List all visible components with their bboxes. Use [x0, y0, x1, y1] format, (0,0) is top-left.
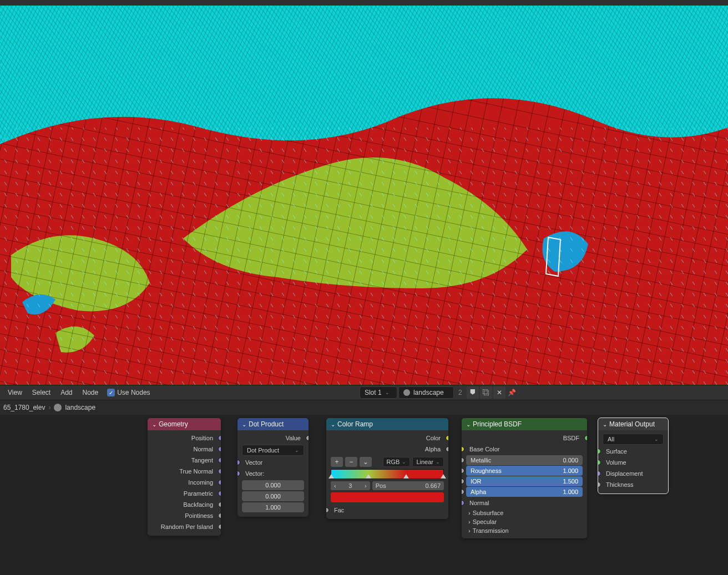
out-alpha: Alpha	[425, 446, 441, 452]
panel-subsurface[interactable]: ›Subsurface	[462, 508, 587, 517]
use-nodes-label: Use Nodes	[117, 389, 150, 396]
in-vector: Vector	[245, 459, 262, 466]
material-name: landscape	[413, 389, 444, 396]
out-parametric: Parametric	[184, 490, 213, 497]
user-count: 2	[455, 389, 466, 396]
chevron-down-icon: ⌄	[385, 390, 390, 395]
ramp-index[interactable]: ‹3›	[331, 481, 370, 490]
ramp-add-btn[interactable]: +	[331, 457, 343, 467]
op-dropdown[interactable]: Dot Product ⌄	[242, 445, 304, 456]
viewport-3d[interactable]	[0, 0, 728, 385]
chevron-right-icon: ›	[468, 527, 471, 534]
node-principled-bsdf[interactable]: ⌄ Principled BSDF BSDF Base Color Metall…	[462, 418, 587, 538]
menu-add[interactable]: Add	[56, 386, 77, 399]
in-vector2: Vector:	[245, 470, 264, 477]
in-base-color: Base Color	[469, 446, 499, 452]
shield-icon: ⛊	[469, 389, 476, 396]
ramp-mode[interactable]: RGB⌄	[383, 457, 411, 467]
object-name[interactable]: 65_1780_elev	[3, 404, 45, 411]
node-header[interactable]: ⌄ Dot Product	[237, 418, 309, 430]
menu-select[interactable]: Select	[28, 386, 55, 399]
material-crumb[interactable]: landscape	[65, 404, 95, 411]
out-random: Random Per Island	[161, 523, 213, 530]
ramp-handle[interactable]	[328, 474, 334, 480]
node-material-output[interactable]: ⌄ Material Output All⌄ Surface Volume Di…	[598, 418, 668, 493]
ramp-handle[interactable]	[366, 474, 371, 480]
out-backfacing: Backfacing	[183, 501, 213, 508]
node-header[interactable]: ⌄ Material Output	[598, 418, 668, 430]
out-true-normal: True Normal	[179, 468, 213, 475]
in-thickness: Thickness	[606, 481, 634, 488]
ramp-sel-color[interactable]	[331, 492, 444, 502]
in-displacement: Displacement	[606, 470, 643, 477]
chevron-down-icon: ⌄	[466, 421, 471, 428]
vec-z[interactable]: 1.000	[242, 502, 304, 512]
chevron-down-icon: ⌄	[295, 447, 299, 453]
ramp-menu-btn[interactable]: ⌄	[360, 457, 372, 467]
fake-user-btn[interactable]: ⛊	[467, 386, 479, 399]
metallic-field[interactable]: Metallic0.000	[466, 455, 583, 465]
chevron-right-icon: ›	[468, 510, 471, 516]
in-fac: Fac	[334, 507, 344, 513]
vec-y[interactable]: 0.000	[242, 491, 304, 501]
panel-specular[interactable]: ›Specular	[462, 517, 587, 526]
alpha-field[interactable]: Alpha1.000	[466, 487, 583, 497]
node-editor[interactable]: ⌄ Geometry Position Normal Tangent True …	[0, 415, 728, 575]
chevron-down-icon: ⌄	[152, 421, 156, 428]
header-menu: View Select Add Node	[3, 386, 103, 399]
node-title: Dot Product	[249, 420, 284, 428]
out-tangent: Tangent	[191, 457, 213, 464]
pin-btn[interactable]: 📌	[507, 387, 518, 398]
node-title: Material Output	[609, 420, 655, 428]
chevron-right-icon: ›	[48, 404, 50, 411]
node-geometry[interactable]: ⌄ Geometry Position Normal Tangent True …	[148, 418, 221, 536]
menu-view[interactable]: View	[3, 386, 27, 399]
ior-field[interactable]: IOR1.500	[466, 476, 583, 486]
node-color-ramp[interactable]: ⌄ Color Ramp Color Alpha + − ⌄ RGB⌄ Line…	[326, 418, 448, 519]
out-target[interactable]: All⌄	[603, 434, 664, 445]
material-dropdown[interactable]: landscape	[398, 386, 454, 399]
vec-x[interactable]: 0.000	[242, 480, 304, 490]
node-title: Geometry	[159, 420, 188, 428]
slot-selector: Slot 1 ⌄ landscape 2 ⛊ ⿻ ✕ 📌	[360, 386, 518, 399]
ramp-interp[interactable]: Linear⌄	[412, 457, 444, 467]
chevron-down-icon: ⌄	[603, 421, 607, 428]
node-header[interactable]: ⌄ Color Ramp	[326, 418, 448, 430]
out-position: Position	[191, 435, 213, 441]
slot-dropdown[interactable]: Slot 1 ⌄	[360, 386, 397, 399]
in-surface: Surface	[606, 448, 627, 455]
node-links	[0, 415, 166, 498]
chevron-right-icon: ›	[468, 518, 471, 525]
menu-node[interactable]: Node	[78, 386, 103, 399]
material-icon	[403, 389, 410, 396]
node-title: Color Ramp	[337, 420, 373, 428]
svg-rect-15	[0, 128, 728, 385]
ramp-gradient[interactable]	[331, 469, 444, 479]
checkbox-icon: ✓	[107, 389, 115, 396]
slot-label: Slot 1	[365, 389, 382, 396]
ramp-remove-btn[interactable]: −	[345, 457, 357, 467]
panel-transmission[interactable]: ›Transmission	[462, 526, 587, 535]
close-icon: ✕	[497, 389, 502, 396]
unlink-btn[interactable]: ✕	[493, 386, 505, 399]
out-color: Color	[426, 435, 441, 441]
node-dot-product[interactable]: ⌄ Dot Product Value Dot Product ⌄ Vector…	[237, 418, 309, 517]
use-nodes-toggle[interactable]: ✓ Use Nodes	[107, 389, 150, 396]
pin-icon: 📌	[508, 389, 516, 396]
out-normal: Normal	[194, 446, 213, 452]
roughness-field[interactable]: Roughness1.000	[466, 466, 583, 476]
in-volume: Volume	[606, 459, 626, 466]
new-material-btn[interactable]: ⿻	[480, 386, 492, 399]
out-incoming: Incoming	[188, 479, 213, 486]
ramp-pos[interactable]: Pos0.667	[372, 481, 444, 490]
chevron-down-icon: ⌄	[331, 421, 335, 428]
ramp-handle[interactable]	[403, 474, 409, 480]
node-header[interactable]: ⌄ Principled BSDF	[462, 418, 587, 430]
out-bsdf: BSDF	[563, 435, 579, 441]
out-pointiness: Pointiness	[185, 512, 213, 519]
ramp-handle[interactable]	[441, 474, 446, 480]
breadcrumb: 65_1780_elev › landscape	[0, 400, 728, 415]
node-header[interactable]: ⌄ Geometry	[148, 418, 221, 430]
chevron-down-icon: ⌄	[242, 421, 246, 428]
material-icon	[54, 404, 62, 411]
